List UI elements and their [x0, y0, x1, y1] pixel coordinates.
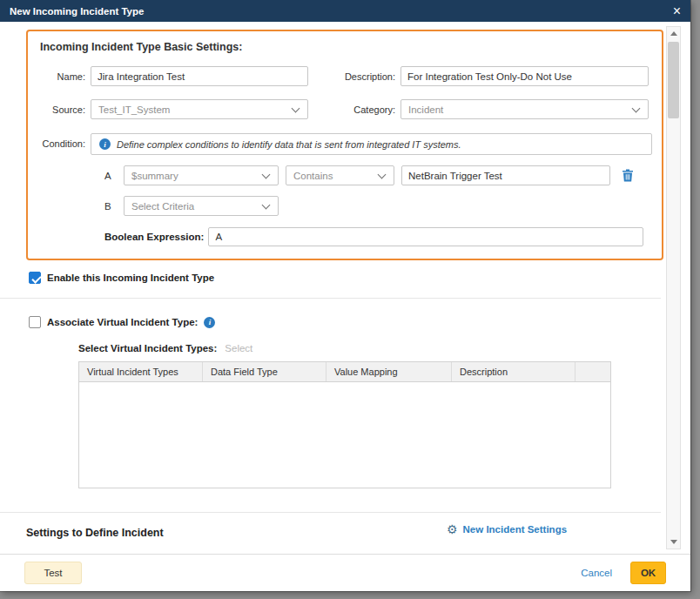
criteria-letter: B — [104, 201, 124, 212]
chevron-down-icon — [378, 172, 387, 180]
select-virtual-types-row: Select Virtual Incident Types: Select — [26, 343, 661, 353]
criteria-field-dropdown-b[interactable]: Select Criteria — [124, 196, 279, 216]
condition-hint-text: Define complex conditions to identify da… — [117, 139, 461, 150]
settings-define-incident-section: Settings to Define Incident ⚙ New Incide… — [0, 512, 661, 547]
condition-label: Condition: — [40, 138, 91, 149]
column-header-virtual-incident-types: Virtual Incident Types — [79, 362, 203, 381]
scroll-down-arrow[interactable] — [667, 535, 680, 549]
new-incident-settings-label: New Incident Settings — [463, 524, 568, 535]
source-category-row: Source: Test_IT_System Category: Inciden… — [40, 99, 662, 119]
settings-heading: Settings to Define Incident — [26, 527, 164, 539]
description-input[interactable] — [400, 66, 649, 86]
boolean-expression-input[interactable] — [208, 227, 643, 246]
enable-incident-type-row: Enable this Incoming Incident Type — [26, 272, 661, 284]
enable-checkbox[interactable] — [29, 272, 41, 284]
dialog-titlebar: New Incoming Incident Type × — [0, 0, 690, 22]
vertical-scrollbar[interactable] — [666, 26, 681, 549]
dialog-footer: Test Cancel OK — [0, 554, 690, 591]
category-label: Category: — [308, 104, 400, 115]
source-dropdown-value: Test_IT_System — [98, 104, 292, 115]
associate-virtual-row: Associate Virtual Incident Type: i — [26, 316, 661, 328]
virtual-incident-types-table: Virtual Incident Types Data Field Type V… — [78, 361, 611, 488]
delete-criteria-button[interactable] — [622, 169, 634, 182]
chevron-down-icon — [632, 105, 641, 114]
scroll-up-arrow[interactable] — [667, 27, 680, 40]
criteria-operator-dropdown[interactable]: Contains — [286, 165, 394, 185]
name-input[interactable] — [91, 66, 308, 86]
dialog-title: New Incoming Incident Type — [10, 6, 144, 17]
boolean-expression-row: Boolean Expression: — [91, 227, 652, 246]
associate-checkbox[interactable] — [29, 316, 41, 328]
select-virtual-types-label: Select Virtual Incident Types: — [78, 343, 217, 353]
section-divider — [0, 298, 661, 299]
close-icon[interactable]: × — [673, 4, 681, 18]
column-header-value-mapping: Value Mapping — [326, 362, 452, 381]
enable-checkbox-label: Enable this Incoming Incident Type — [47, 273, 214, 283]
criteria-field-value: $summary — [131, 171, 262, 181]
condition-hint-box: i Define complex conditions to identify … — [91, 133, 652, 155]
basic-settings-heading: Incoming Incident Type Basic Settings: — [40, 41, 662, 53]
criteria-letter: A — [104, 171, 124, 181]
cancel-button[interactable]: Cancel — [581, 568, 612, 578]
name-description-row: Name: Description: — [40, 66, 662, 86]
desktop-background: New Incoming Incident Type × Incoming In… — [0, 0, 700, 599]
source-dropdown[interactable]: Test_IT_System — [91, 99, 308, 119]
table-empty-body — [79, 382, 610, 488]
column-header-data-field-type: Data Field Type — [203, 362, 326, 381]
dialog-content: Incoming Incident Type Basic Settings: N… — [0, 22, 661, 554]
test-button[interactable]: Test — [24, 562, 82, 584]
chevron-down-icon — [262, 202, 271, 211]
chevron-down-icon — [292, 105, 300, 114]
basic-settings-section: Incoming Incident Type Basic Settings: N… — [26, 30, 663, 260]
criteria-operator-value: Contains — [293, 171, 378, 181]
gear-icon: ⚙ — [447, 523, 458, 535]
condition-body: i Define complex conditions to identify … — [91, 133, 652, 246]
name-label: Name: — [40, 71, 91, 82]
table-header-row: Virtual Incident Types Data Field Type V… — [79, 362, 610, 382]
criteria-field-placeholder: Select Criteria — [131, 201, 262, 212]
trash-icon — [622, 169, 634, 182]
new-incoming-incident-type-dialog: New Incoming Incident Type × Incoming In… — [0, 0, 690, 591]
description-label: Description: — [308, 71, 400, 82]
criteria-field-dropdown[interactable]: $summary — [124, 165, 279, 185]
info-icon: i — [204, 317, 215, 328]
criteria-row-b: B Select Criteria — [91, 196, 652, 216]
category-dropdown[interactable]: Incident — [400, 99, 649, 119]
source-label: Source: — [40, 104, 91, 115]
new-incident-settings-link[interactable]: ⚙ New Incident Settings — [447, 523, 567, 535]
info-icon: i — [99, 138, 111, 150]
scrollbar-thumb[interactable] — [668, 42, 679, 118]
associate-checkbox-label: Associate Virtual Incident Type: — [47, 317, 198, 327]
column-header-description: Description — [452, 362, 575, 381]
chevron-down-icon — [262, 172, 271, 180]
boolean-expression-label: Boolean Expression: — [104, 232, 204, 242]
ok-button[interactable]: OK — [630, 562, 666, 584]
select-virtual-types-link[interactable]: Select — [225, 343, 252, 353]
category-dropdown-value: Incident — [408, 104, 632, 115]
criteria-row-a: A $summary Contains — [91, 165, 652, 185]
criteria-value-input[interactable] — [401, 165, 610, 185]
dialog-body: Incoming Incident Type Basic Settings: N… — [0, 22, 690, 554]
column-header-empty — [575, 362, 610, 381]
condition-section: Condition: i Define complex conditions t… — [40, 133, 662, 246]
